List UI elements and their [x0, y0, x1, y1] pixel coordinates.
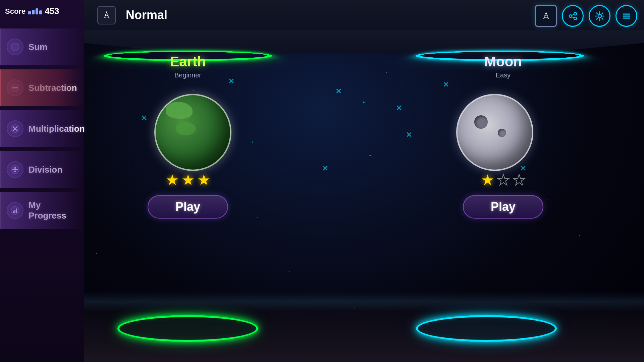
mode-container: Normal: [97, 6, 167, 24]
header-buttons: [535, 5, 637, 27]
sidebar: Score 453 Sum: [0, 0, 84, 362]
share-button[interactable]: [562, 5, 584, 27]
sidebar-subtraction-label: Subtraction: [29, 83, 77, 93]
svg-line-36: [596, 18, 598, 19]
svg-marker-21: [546, 17, 549, 19]
svg-rect-12: [13, 211, 14, 213]
subtraction-icon: [7, 79, 23, 96]
earth-difficulty: Beginner: [174, 71, 201, 79]
score-value: 453: [45, 6, 59, 16]
my-progress-icon: [7, 202, 23, 219]
platform-moon: [416, 315, 557, 342]
division-icon: [7, 161, 23, 178]
svg-line-33: [596, 13, 598, 14]
sidebar-division-label: Division: [29, 165, 62, 175]
svg-marker-17: [107, 16, 110, 18]
sidebar-multiplication-label: Multiplication: [29, 124, 85, 134]
sidebar-item-my-progress[interactable]: My Progress: [0, 190, 84, 231]
svg-line-6: [13, 127, 17, 131]
svg-line-34: [602, 18, 603, 19]
svg-rect-14: [16, 208, 17, 213]
svg-point-22: [545, 14, 547, 16]
sidebar-item-division[interactable]: Division: [0, 149, 84, 190]
rocket-header-button[interactable]: [535, 5, 557, 27]
earth-star-2: ★: [181, 171, 195, 188]
svg-point-23: [574, 12, 577, 15]
svg-marker-16: [104, 16, 107, 18]
sidebar-my-progress-label: My Progress: [29, 200, 77, 221]
moon-play-button[interactable]: Play: [463, 195, 543, 219]
svg-point-8: [14, 167, 16, 169]
svg-point-10: [14, 171, 16, 172]
svg-rect-13: [14, 210, 15, 213]
score-bar-2: [32, 10, 35, 14]
moon-star-2: ★: [497, 171, 510, 188]
sidebar-item-multiplication[interactable]: Multiplication: [0, 109, 84, 149]
earth-stars: ★ ★ ★: [166, 171, 210, 188]
earth-planet-card: Earth Beginner ★ ★ ★ Play: [134, 54, 241, 219]
sidebar-sum-label: Sum: [29, 42, 47, 52]
earth-star-1: ★: [166, 171, 179, 188]
score-container: Score 453: [5, 6, 59, 16]
svg-line-35: [602, 13, 603, 14]
platform-earth: [117, 315, 258, 342]
moon-star-1: ★: [481, 171, 494, 188]
svg-point-0: [11, 43, 19, 51]
menu-button[interactable]: [615, 5, 637, 27]
svg-line-5: [13, 127, 17, 131]
svg-point-11: [11, 206, 19, 215]
svg-point-18: [106, 13, 108, 15]
sidebar-item-subtraction[interactable]: Subtraction: [0, 68, 84, 108]
svg-point-24: [569, 15, 572, 17]
svg-point-25: [574, 17, 577, 20]
svg-line-27: [572, 17, 574, 18]
sparkle-x-4: ✕: [335, 87, 341, 96]
moon-planet-card: Moon Easy ★ ★ ★ Play: [449, 54, 557, 219]
sidebar-items-container: Sum Subtraction Multiplication: [0, 27, 84, 231]
svg-point-28: [598, 14, 601, 18]
score-bars: [28, 8, 42, 14]
sparkle-dot-3: ✦: [362, 101, 365, 104]
earth-name: Earth: [170, 54, 206, 70]
svg-point-1: [12, 44, 18, 50]
earth-star-3: ★: [197, 171, 210, 188]
moon-stars: ★ ★ ★: [481, 171, 526, 188]
sparkle-x-5: ✕: [406, 131, 412, 139]
mode-label: Normal: [126, 8, 167, 22]
svg-point-4: [11, 125, 19, 133]
sparkle-x-8: ✕: [443, 80, 449, 89]
sparkle-x-3: ✕: [322, 164, 328, 173]
svg-point-7: [11, 166, 19, 174]
sparkle-dot-4: ✦: [369, 154, 371, 157]
sparkle-dot-2: ✦: [252, 141, 254, 144]
moon-name: Moon: [484, 54, 522, 70]
header: Normal: [84, 0, 644, 30]
earth-play-button[interactable]: Play: [148, 195, 228, 219]
sum-icon: [7, 39, 23, 55]
svg-line-26: [572, 14, 574, 15]
settings-button[interactable]: [589, 5, 610, 27]
svg-point-2: [11, 84, 19, 92]
moon-difficulty: Easy: [496, 71, 511, 79]
sidebar-item-sum[interactable]: Sum: [0, 27, 84, 67]
sparkle-x-7: ✕: [396, 104, 402, 113]
horizon-glow: [84, 292, 644, 312]
moon-star-3: ★: [513, 171, 526, 188]
svg-marker-20: [543, 17, 546, 19]
rocket-mode-icon: [97, 6, 116, 24]
score-bar-4: [39, 10, 42, 14]
score-bar-1: [28, 11, 31, 14]
score-label: Score: [5, 7, 25, 16]
multiplication-icon: [7, 120, 23, 137]
score-bar-3: [36, 8, 38, 14]
